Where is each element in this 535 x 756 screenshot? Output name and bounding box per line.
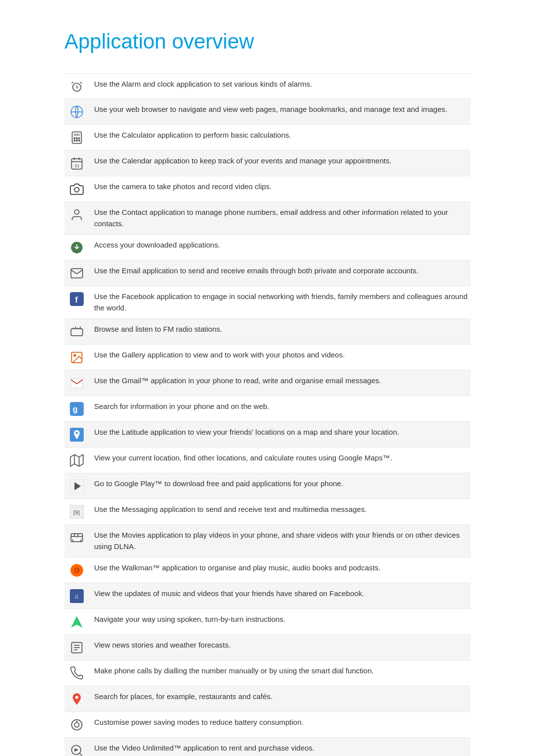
svg-rect-3 <box>74 134 80 136</box>
app-icon-fm <box>64 324 89 339</box>
app-desc-camera: Use the camera to take photos and record… <box>89 181 471 193</box>
app-desc-messaging: Use the Messaging application to send an… <box>89 504 471 515</box>
app-icon-messaging: [9] <box>64 504 89 519</box>
app-row-gallery: Use the Gallery application to view and … <box>64 345 471 370</box>
app-row-messaging: [9]Use the Messaging application to send… <box>64 499 471 525</box>
app-row-alarm: Use the Alarm and clock application to s… <box>64 73 471 99</box>
app-icon-contacts <box>64 207 89 222</box>
app-desc-calendar: Use the Calendar application to keep tra… <box>89 155 471 167</box>
app-desc-email: Use the Email application to send and re… <box>89 265 471 277</box>
app-icon-calendar: 31 <box>64 155 89 170</box>
app-icon-browser <box>64 104 89 119</box>
app-desc-news: View news stories and weather forecasts. <box>89 640 471 651</box>
app-row-calendar: 31Use the Calendar application to keep t… <box>64 151 471 176</box>
app-row-news: View news stories and weather forecasts. <box>64 635 471 660</box>
page-title: Application overview <box>64 30 471 53</box>
svg-point-7 <box>74 140 75 141</box>
app-row-fm: Browse and listen to FM radio stations. <box>64 319 471 345</box>
app-row-downloads: Access your downloaded applications. <box>64 235 471 260</box>
app-icon-email <box>64 265 89 280</box>
app-row-play: Go to Google Play™ to download free and … <box>64 473 471 499</box>
app-icon-gallery <box>64 350 89 364</box>
svg-point-46 <box>74 722 79 727</box>
app-icon-maps <box>64 453 89 467</box>
svg-text:g: g <box>73 404 78 413</box>
svg-text:f: f <box>75 295 78 304</box>
svg-text:[9]: [9] <box>73 509 80 515</box>
app-desc-alarm: Use the Alarm and clock application to s… <box>89 79 471 90</box>
app-row-contacts: Use the Contact application to manage ph… <box>64 202 471 235</box>
app-list: Use the Alarm and clock application to s… <box>64 73 471 756</box>
app-icon-navigate <box>64 614 89 629</box>
app-row-camera: Use the camera to take photos and record… <box>64 176 471 202</box>
app-row-navigate: Navigate your way using spoken, turn-by-… <box>64 609 471 635</box>
app-icon-facebook: f <box>64 291 89 306</box>
app-icon-camera <box>64 181 89 196</box>
app-icon-power <box>64 717 89 732</box>
svg-marker-24 <box>70 454 83 466</box>
app-desc-navigate: Navigate your way using spoken, turn-by-… <box>89 614 471 625</box>
svg-point-6 <box>79 138 80 139</box>
app-desc-phone: Make phone calls by dialling the number … <box>89 665 471 677</box>
svg-point-9 <box>79 140 80 141</box>
app-row-google: gSearch for information in your phone an… <box>64 396 471 422</box>
app-desc-places: Search for places, for example, restaura… <box>89 691 471 703</box>
app-icon-news <box>64 640 89 655</box>
app-row-browser: Use your web browser to navigate and vie… <box>64 99 471 125</box>
app-desc-video: Use the Video Unlimited™ application to … <box>89 743 471 754</box>
app-desc-gallery: Use the Gallery application to view and … <box>89 350 471 361</box>
svg-point-19 <box>74 354 76 356</box>
app-icon-video <box>64 743 89 756</box>
app-desc-walkman: Use the Walkman™ application to organise… <box>89 562 471 574</box>
app-desc-movies: Use the Movies application to play video… <box>89 530 471 552</box>
app-icon-google: g <box>64 401 89 416</box>
svg-marker-42 <box>71 616 82 627</box>
app-desc-maps: View your current location, find other l… <box>89 453 471 464</box>
app-desc-facebook: Use the Facebook application to engage i… <box>89 291 471 313</box>
app-row-calculator: Use the Calculator application to perfor… <box>64 125 471 151</box>
app-desc-play: Go to Google Play™ to download free and … <box>89 478 471 490</box>
app-row-music-fb: ♫View the updates of music and videos th… <box>64 583 471 609</box>
svg-marker-49 <box>74 748 78 752</box>
svg-line-48 <box>79 753 82 756</box>
svg-point-8 <box>76 140 77 141</box>
svg-point-39 <box>76 569 78 572</box>
app-row-movies: Use the Movies application to play video… <box>64 525 471 557</box>
app-row-places: Search for places, for example, restaura… <box>64 686 471 712</box>
svg-rect-17 <box>71 329 82 336</box>
app-desc-music-fb: View the updates of music and videos tha… <box>89 588 471 600</box>
app-icon-downloads <box>64 240 89 254</box>
app-icon-places <box>64 691 89 706</box>
app-row-walkman: Use the Walkman™ application to organise… <box>64 557 471 583</box>
app-desc-downloads: Access your downloaded applications. <box>89 240 471 251</box>
app-desc-contacts: Use the Contact application to manage ph… <box>89 207 471 229</box>
app-icon-latitude <box>64 427 89 442</box>
app-desc-google: Search for information in your phone and… <box>89 401 471 412</box>
app-icon-walkman <box>64 562 89 577</box>
svg-point-13 <box>74 210 79 214</box>
app-row-video: Use the Video Unlimited™ application to … <box>64 738 471 756</box>
app-desc-power: Customise power saving modes to reduce b… <box>89 717 471 728</box>
app-desc-gmail: Use the Gmail™ application in your phone… <box>89 375 471 387</box>
app-row-power: Customise power saving modes to reduce b… <box>64 712 471 738</box>
app-icon-alarm <box>64 79 89 94</box>
app-desc-fm: Browse and listen to FM radio stations. <box>89 324 471 335</box>
app-row-email: Use the Email application to send and re… <box>64 260 471 286</box>
app-row-phone: Make phone calls by dialling the number … <box>64 660 471 686</box>
svg-point-23 <box>76 432 78 434</box>
app-row-latitude: Use the Latitude application to view you… <box>64 422 471 448</box>
app-icon-calculator <box>64 130 89 145</box>
svg-point-4 <box>74 138 75 139</box>
svg-point-44 <box>75 696 78 699</box>
app-desc-latitude: Use the Latitude application to view you… <box>89 427 471 438</box>
app-desc-browser: Use your web browser to navigate and vie… <box>89 104 471 115</box>
app-icon-movies <box>64 530 89 545</box>
app-desc-calculator: Use the Calculator application to perfor… <box>89 130 471 141</box>
svg-point-5 <box>76 138 77 139</box>
app-icon-gmail <box>64 375 89 390</box>
svg-text:31: 31 <box>74 163 79 168</box>
app-icon-music-fb: ♫ <box>64 588 89 603</box>
app-row-gmail: Use the Gmail™ application in your phone… <box>64 370 471 396</box>
app-row-facebook: fUse the Facebook application to engage … <box>64 286 471 319</box>
svg-point-12 <box>74 188 79 192</box>
